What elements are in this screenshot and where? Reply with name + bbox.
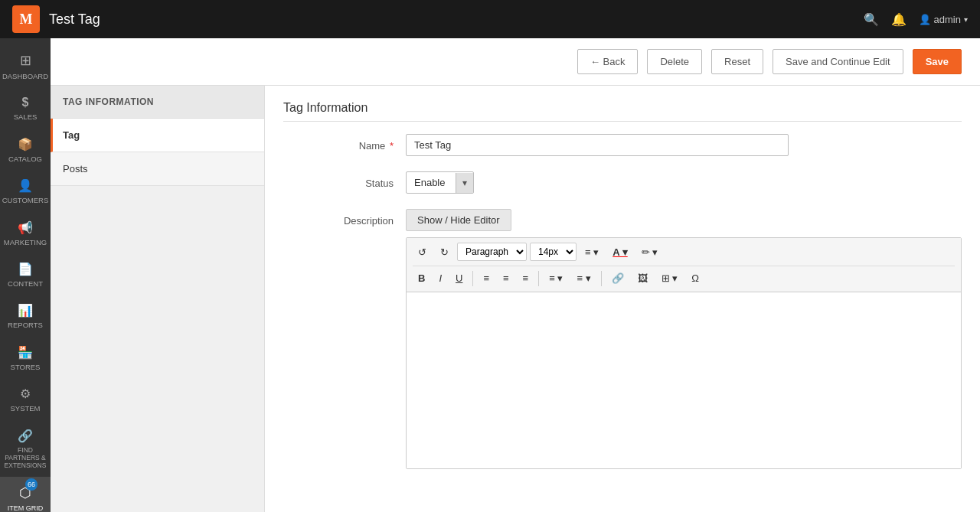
sidebar-item-marketing[interactable]: 📢 Marketing [0,213,51,254]
back-button[interactable]: ← Back [577,49,639,74]
sidebar-item-label: Sales [14,113,38,121]
name-input[interactable] [406,134,789,156]
name-row: Name * [283,134,962,156]
content-area: ← Back Delete Reset Save and Continue Ed… [51,38,980,512]
sales-icon: $ [22,96,29,109]
user-menu[interactable]: 👤 admin ▾ [919,14,968,25]
table-button[interactable]: ⊞ ▾ [656,269,684,287]
description-label: Description [283,209,406,227]
sidebar-item-reports[interactable]: 📊 Reports [0,295,51,337]
editor-wrap: ↺ ↻ Paragraph Heading 1 Heading 2 14px [406,237,962,469]
bell-icon[interactable]: 🔔 [891,12,906,27]
sidebar-item-label: Marketing [4,238,47,246]
main-layout: ⊞ Dashboard $ Sales 📦 Catalog 👤 Customer… [0,38,980,512]
editor-toolbar: ↺ ↻ Paragraph Heading 1 Heading 2 14px [407,238,961,292]
magento-logo: M [12,5,40,33]
delete-button[interactable]: Delete [647,49,702,74]
sidebar-item-content[interactable]: 📄 Content [0,254,51,295]
sidebar-item-item-grid[interactable]: ⬡ 66 Item Grid [0,477,51,512]
text-color-button[interactable]: A ▾ [607,243,633,261]
action-bar: ← Back Delete Reset Save and Continue Ed… [51,38,980,86]
sidebar-item-label: Dashboard [2,72,48,80]
form-area: Tag Information Name * Status [265,86,980,512]
sidebar-item-find-partners[interactable]: 🔗 Find Partners & Extensions [0,421,51,478]
bg-color-button[interactable]: ✏ ▾ [636,243,664,261]
bold-button[interactable]: B [413,269,430,287]
marketing-icon: 📢 [18,220,33,235]
panel-item-posts-label: Posts [63,163,88,174]
customers-icon: 👤 [18,178,33,193]
editor-toolbar-row-1: ↺ ↻ Paragraph Heading 1 Heading 2 14px [413,243,955,261]
top-icons: 🔍 🔔 👤 admin ▾ [864,12,968,27]
panel-item-tag-label: Tag [63,129,80,141]
divider-2 [538,271,539,286]
stores-icon: 🏪 [18,345,33,360]
name-control [406,134,962,156]
divider [472,271,473,286]
panel-header: Tag Information [51,86,264,119]
image-button[interactable]: 🖼 [632,269,653,287]
sidebar-item-label: Catalog [8,155,42,163]
sidebar-bottom-label: Item Grid [8,504,44,512]
sidebar-item-sales[interactable]: $ Sales [0,88,51,129]
content-icon: 📄 [18,262,33,276]
reset-button[interactable]: Reset [711,49,763,74]
divider-3 [601,271,602,286]
sidebar: ⊞ Dashboard $ Sales 📦 Catalog 👤 Customer… [0,38,51,512]
sidebar-item-dashboard[interactable]: ⊞ Dashboard [0,44,51,88]
page-body: Tag Information Tag Posts Tag Informatio… [51,86,980,512]
status-dropdown-btn[interactable]: ▾ [456,173,473,193]
editor-body[interactable] [407,292,961,468]
status-select-wrap: Enable Disable ▾ [406,171,474,194]
name-required-indicator: * [390,140,394,152]
sidebar-item-system[interactable]: ⚙ System [0,379,51,420]
special-char-button[interactable]: Ω [686,269,704,287]
system-icon: ⚙ [20,386,31,401]
left-panel: Tag Information Tag Posts [51,86,265,512]
editor-toolbar-row-2: B I U ≡ ≡ ≡ ≡ ▾ ≡ ▾ [413,266,955,287]
align-left-button[interactable]: ≡ [478,269,495,287]
redo-button[interactable]: ↻ [435,243,454,261]
line-height-button[interactable]: ≡ ▾ [580,243,604,261]
status-row: Status Enable Disable ▾ [283,171,962,194]
show-hide-editor-button[interactable]: Show / Hide Editor [406,209,511,231]
align-right-button[interactable]: ≡ [518,269,534,287]
fontsize-select[interactable]: 14px 12px 16px 18px [530,243,577,261]
link-button[interactable]: 🔗 [606,269,629,287]
status-select[interactable]: Enable Disable [407,172,456,193]
section-title: Tag Information [283,101,962,122]
sidebar-item-label: Find Partners & Extensions [3,446,47,470]
sidebar-item-stores[interactable]: 🏪 Stores [0,338,51,379]
reports-icon: 📊 [18,303,33,318]
status-label: Status [283,171,406,189]
save-continue-button[interactable]: Save and Continue Edit [773,49,903,74]
user-icon: 👤 [919,14,931,25]
sidebar-item-label: System [10,404,40,413]
undo-button[interactable]: ↺ [413,243,432,261]
name-label: Name * [283,134,406,152]
sidebar-item-label: Content [8,279,43,288]
catalog-icon: 📦 [18,137,33,152]
unordered-list-button[interactable]: ≡ ▾ [571,269,596,287]
sidebar-item-customers[interactable]: 👤 Customers [0,171,51,212]
paragraph-select[interactable]: Paragraph Heading 1 Heading 2 [457,243,527,261]
underline-button[interactable]: U [450,269,468,287]
search-icon[interactable]: 🔍 [864,12,879,27]
page-title: Test Tag [49,11,864,28]
description-control: Show / Hide Editor ↺ ↻ Paragraph Heading… [406,209,962,469]
panel-item-posts[interactable]: Posts [51,152,264,186]
sidebar-item-label: Reports [8,321,43,329]
sidebar-item-label: Stores [11,363,41,371]
item-grid-badge: 66 [25,478,38,491]
sidebar-item-catalog[interactable]: 📦 Catalog [0,129,51,171]
panel-item-tag[interactable]: Tag [51,119,264,152]
status-control: Enable Disable ▾ [406,171,962,194]
top-bar: M Test Tag 🔍 🔔 👤 admin ▾ [0,0,980,38]
find-partners-icon: 🔗 [18,429,33,443]
align-center-button[interactable]: ≡ [498,269,514,287]
sidebar-item-label: Customers [2,196,49,204]
ordered-list-button[interactable]: ≡ ▾ [544,269,568,287]
italic-button[interactable]: I [433,269,447,287]
user-name: admin [934,14,961,25]
save-button[interactable]: Save [913,49,962,74]
